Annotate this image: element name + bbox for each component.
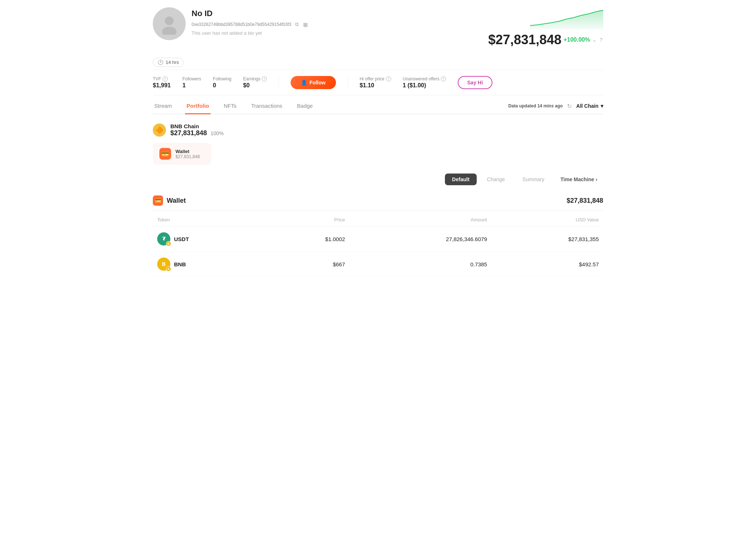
following-value: 0 — [213, 82, 231, 89]
tab-badge[interactable]: Badge — [295, 98, 314, 114]
profile-header: No ID 0xe33262749bbd395788d51b0e79d55429… — [153, 7, 603, 53]
wallet-card-icon: 💳 — [159, 148, 171, 160]
token-name: USDT — [174, 236, 189, 242]
chain-badge: B — [166, 241, 171, 246]
chain-info: BNB Chain $27,831,848 100% — [170, 123, 224, 137]
unanswered-info-icon: ? — [441, 76, 446, 81]
time-badge: 🕐 14 hrs — [153, 58, 184, 67]
tvf-label: TVF ? — [153, 76, 171, 81]
svg-point-1 — [162, 27, 177, 35]
say-hi-button[interactable]: Say Hi — [458, 76, 492, 89]
col-usd-value: USD Value — [491, 213, 603, 226]
col-amount: Amount — [349, 213, 492, 226]
refresh-button[interactable]: ↻ — [567, 103, 572, 110]
avatar-icon — [158, 13, 180, 35]
token-cell: B B BNB — [153, 252, 268, 277]
summary-view-button[interactable]: Summary — [515, 174, 552, 185]
stat-followers: Followers 1 — [182, 76, 201, 89]
unanswered-value: 1 ($1.00) — [403, 82, 446, 89]
earnings-info-icon: ? — [262, 76, 267, 81]
earnings-value: $0 — [243, 82, 267, 89]
change-view-button[interactable]: Change — [480, 174, 512, 185]
portfolio-change: +100.00% ⌄ ? — [564, 36, 603, 43]
stat-following: Following 0 — [213, 76, 231, 89]
chain-value: $27,831,848 — [170, 129, 207, 137]
tab-actions: Data updated 14 mins ago ↻ All Chain ▾ — [509, 98, 603, 114]
stats-divider — [279, 76, 279, 89]
bnb-chain-icon: 🔶 — [153, 123, 166, 137]
chevron-right-icon: › — [596, 176, 597, 182]
chain-selector-button[interactable]: All Chain ▾ — [576, 103, 603, 109]
hi-offer-info-icon: ? — [386, 76, 391, 81]
wallet-section-header: 💳 Wallet $27,831,848 — [153, 191, 603, 210]
token-amount: 27,826,346.6079 — [349, 226, 492, 252]
tvf-info-icon: ? — [163, 76, 168, 81]
chain-name: BNB Chain — [170, 123, 224, 129]
chain-pct: 100% — [211, 130, 224, 136]
view-buttons: Default Change Summary Time Machine › — [153, 174, 603, 185]
profile-info: No ID 0xe33262749bbd395788d51b0e79d55429… — [192, 7, 309, 36]
wallet-section-value: $27,831,848 — [567, 197, 603, 205]
default-view-button[interactable]: Default — [445, 174, 477, 185]
hi-offer-value: $1.10 — [360, 82, 391, 89]
change-direction-button[interactable]: ⌄ — [591, 36, 597, 43]
chain-header: 🔶 BNB Chain $27,831,848 100% — [153, 123, 603, 137]
stats-row: TVF ? $1,991 Followers 1 Following 0 Ear… — [153, 70, 603, 95]
token-table: Token Price Amount USD Value ₮ B USDT $1… — [153, 213, 603, 277]
col-token: Token — [153, 213, 268, 226]
mini-chart — [530, 7, 603, 29]
token-name: BNB — [174, 261, 186, 267]
wallet-card[interactable]: 💳 Wallet $27,831,848 — [153, 143, 211, 165]
usdt-icon: ₮ B — [157, 232, 170, 245]
svg-point-0 — [165, 16, 174, 25]
followers-value: 1 — [182, 82, 201, 89]
stats-divider-2 — [348, 76, 348, 89]
avatar — [153, 7, 186, 40]
qr-code-button[interactable]: ▦ — [302, 21, 309, 28]
tab-stream[interactable]: Stream — [153, 98, 173, 114]
tvf-value: $1,991 — [153, 82, 171, 89]
tab-nfts[interactable]: NFTs — [222, 98, 238, 114]
page: No ID 0xe33262749bbd395788d51b0e79d55429… — [144, 0, 612, 284]
token-usd-value: $492.57 — [491, 252, 603, 277]
tabs: Stream Portfolio NFTs Transactions Badge… — [153, 98, 603, 114]
wallet-card-info: Wallet $27,831,848 — [175, 149, 200, 159]
tab-portfolio[interactable]: Portfolio — [185, 98, 211, 114]
followers-label: Followers — [182, 76, 201, 81]
token-usd-value: $27,831,355 — [491, 226, 603, 252]
profile-right: $27,831,848 +100.00% ⌄ ? — [488, 7, 603, 47]
copy-address-button[interactable]: ⧉ — [294, 20, 299, 28]
stat-hi-offer: Hi offer price ? $1.10 — [360, 76, 391, 89]
table-row: B B BNB $667 0.7385 $492.57 — [153, 252, 603, 277]
col-price: Price — [268, 213, 349, 226]
tab-transactions[interactable]: Transactions — [250, 98, 284, 114]
profile-address: 0xe33262749bbd395788d51b0e79d55429154f03… — [192, 20, 309, 28]
wallet-section: 💳 Wallet $27,831,848 Token Price Amount … — [153, 191, 603, 277]
unanswered-label: Unanswered offers ? — [403, 76, 446, 81]
wallet-section-title: 💳 Wallet — [153, 195, 186, 206]
portfolio-value-row: $27,831,848 +100.00% ⌄ ? — [488, 32, 603, 47]
chain-badge: B — [166, 266, 171, 271]
follow-button[interactable]: 👤 Follow — [291, 76, 336, 89]
stat-earnings: Earnings ? $0 — [243, 76, 267, 89]
chain-section: 🔶 BNB Chain $27,831,848 100% 💳 Wallet $2… — [153, 123, 603, 165]
portfolio-value: $27,831,848 — [488, 32, 561, 47]
portfolio-info-button[interactable]: ? — [599, 36, 603, 43]
earnings-label: Earnings ? — [243, 76, 267, 81]
table-row: ₮ B USDT $1.0002 27,826,346.6079 $27,831… — [153, 226, 603, 252]
wallet-card-value: $27,831,848 — [175, 154, 200, 159]
profile-left: No ID 0xe33262749bbd395788d51b0e79d55429… — [153, 7, 309, 40]
data-updated: Data updated 14 mins ago — [509, 103, 563, 108]
profile-name: No ID — [192, 9, 309, 18]
token-price: $667 — [268, 252, 349, 277]
chevron-down-icon: ▾ — [601, 103, 603, 109]
profile-bio: This user has not added a bio yet — [192, 30, 309, 36]
token-cell: ₮ B USDT — [153, 226, 268, 252]
wallet-section-icon: 💳 — [153, 195, 163, 206]
token-table-body: ₮ B USDT $1.0002 27,826,346.6079 $27,831… — [153, 226, 603, 277]
time-machine-button[interactable]: Time Machine › — [555, 174, 603, 185]
follow-person-icon: 👤 — [301, 80, 307, 85]
following-label: Following — [213, 76, 231, 81]
token-price: $1.0002 — [268, 226, 349, 252]
wallet-card-label: Wallet — [175, 149, 200, 154]
